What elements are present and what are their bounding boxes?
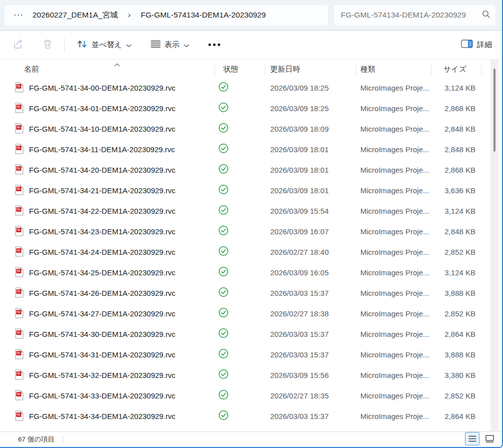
file-name: FG-GML-5741-34-25-DEM1A-20230929.rvc	[29, 268, 176, 277]
rvc-file-icon	[15, 205, 24, 217]
sort-ascending-icon	[114, 60, 120, 68]
file-type: MicroImages Proje...	[356, 309, 431, 318]
file-row[interactable]: FG-GML-5741-34-11-DEM1A-20230929.rvc 202…	[0, 139, 492, 160]
file-type: MicroImages Proje...	[356, 330, 431, 338]
thumbnail-view-toggle[interactable]	[482, 432, 497, 445]
file-row[interactable]: FG-GML-5741-34-21-DEM1A-20230929.rvc 202…	[0, 180, 492, 201]
sort-icon	[77, 39, 88, 51]
file-date-modified: 2026/03/03 15:37	[265, 350, 356, 359]
file-date-modified: 2026/03/09 16:05	[265, 268, 356, 277]
file-name: FG-GML-5741-34-33-DEM1A-20230929.rvc	[29, 391, 176, 400]
breadcrumb-parent-folder[interactable]: 20260227_DEM1A_宮城	[33, 10, 118, 21]
file-row[interactable]: FG-GML-5741-34-00-DEM1A-20230929.rvc 202…	[0, 78, 492, 98]
synced-check-icon[interactable]	[218, 389, 229, 402]
file-row[interactable]: FG-GML-5741-34-10-DEM1A-20230929.rvc 202…	[0, 119, 492, 139]
synced-check-icon[interactable]	[218, 246, 229, 258]
synced-check-icon[interactable]	[218, 348, 229, 361]
file-date-modified: 2026/02/27 18:35	[265, 391, 356, 400]
file-name: FG-GML-5741-34-20-DEM1A-20230929.rvc	[29, 166, 176, 174]
synced-check-icon[interactable]	[218, 307, 229, 320]
synced-check-icon[interactable]	[218, 143, 229, 156]
synced-check-icon[interactable]	[218, 164, 229, 176]
file-type: MicroImages Proje...	[356, 248, 431, 256]
file-row-partial[interactable]	[0, 426, 492, 431]
file-row[interactable]: FG-GML-5741-34-27-DEM1A-20230929.rvc 202…	[0, 303, 492, 324]
details-pane-icon	[461, 40, 473, 50]
file-row[interactable]: FG-GML-5741-34-30-DEM1A-20230929.rvc 202…	[0, 324, 492, 344]
details-label: 詳細	[477, 40, 492, 50]
file-row[interactable]: FG-GML-5741-34-24-DEM1A-20230929.rvc 202…	[0, 242, 492, 262]
file-row[interactable]: FG-GML-5741-34-22-DEM1A-20230929.rvc 202…	[0, 201, 492, 221]
rvc-file-icon	[15, 226, 24, 238]
column-header-name[interactable]: 名前	[0, 63, 215, 76]
file-date-modified: 2026/03/09 18:01	[265, 186, 356, 195]
scrollbar-thumb[interactable]	[493, 69, 495, 152]
vertical-scrollbar[interactable]	[490, 60, 498, 431]
view-label: 表示	[165, 40, 180, 50]
file-name: FG-GML-5741-34-01-DEM1A-20230929.rvc	[29, 104, 176, 113]
details-pane-button[interactable]: 詳細	[461, 40, 492, 50]
file-date-modified: 2026/03/09 16:07	[265, 227, 356, 236]
synced-check-icon[interactable]	[218, 102, 229, 115]
synced-check-icon[interactable]	[218, 328, 229, 340]
breadcrumb-current-folder[interactable]: FG-GML-574134-DEM1A-20230929	[141, 11, 266, 20]
rvc-file-icon	[15, 410, 24, 422]
share-icon	[13, 39, 24, 51]
file-size: 2,852 KB	[431, 391, 481, 400]
synced-check-icon[interactable]	[218, 410, 229, 422]
file-date-modified: 2026/03/09 18:25	[265, 104, 356, 113]
synced-check-icon[interactable]	[218, 184, 229, 197]
file-date-modified: 2026/03/03 15:37	[265, 412, 356, 420]
file-row[interactable]: FG-GML-5741-34-34-DEM1A-20230929.rvc 202…	[0, 406, 492, 426]
column-header-size[interactable]: サイズ	[431, 63, 481, 76]
file-row[interactable]: FG-GML-5741-34-33-DEM1A-20230929.rvc 202…	[0, 385, 492, 406]
synced-check-icon[interactable]	[218, 205, 229, 217]
file-size: 2,848 KB	[431, 125, 481, 133]
rvc-file-icon	[15, 349, 24, 361]
file-row[interactable]: FG-GML-5741-34-23-DEM1A-20230929.rvc 202…	[0, 221, 492, 242]
column-header-state[interactable]: 状態	[215, 63, 265, 76]
chevron-down-icon	[126, 41, 132, 50]
breadcrumb-overflow-button[interactable]: ···	[12, 10, 26, 20]
search-icon[interactable]	[482, 10, 490, 21]
file-date-modified: 2026/02/27 18:38	[265, 309, 356, 318]
file-type: MicroImages Proje...	[356, 186, 431, 195]
synced-check-icon[interactable]	[218, 266, 229, 279]
file-name: FG-GML-5741-34-24-DEM1A-20230929.rvc	[29, 248, 176, 256]
sort-button[interactable]: 並べ替え	[73, 36, 136, 54]
column-header-type[interactable]: 種類	[356, 63, 431, 76]
view-button[interactable]: 表示	[147, 37, 193, 53]
synced-check-icon[interactable]	[218, 123, 229, 135]
file-date-modified: 2026/02/27 18:40	[265, 248, 356, 256]
file-size: 2,868 KB	[431, 166, 481, 174]
file-row[interactable]: FG-GML-5741-34-32-DEM1A-20230929.rvc 202…	[0, 365, 492, 385]
share-button[interactable]	[9, 36, 28, 54]
status-bar: 67 個の項目	[0, 431, 502, 447]
synced-check-icon[interactable]	[218, 369, 229, 381]
statusbar-divider	[63, 435, 63, 443]
details-view-toggle[interactable]	[465, 432, 479, 445]
file-row[interactable]: FG-GML-5741-34-01-DEM1A-20230929.rvc 202…	[0, 98, 492, 119]
synced-check-icon[interactable]	[218, 225, 229, 238]
rvc-file-icon	[15, 328, 24, 340]
address-bar[interactable]: ··· 20260227_DEM1A_宮城 › FG-GML-574134-DE…	[4, 5, 328, 26]
file-size: 2,868 KB	[431, 104, 481, 113]
rvc-file-icon	[15, 431, 24, 431]
synced-check-icon[interactable]	[218, 82, 229, 94]
file-name: FG-GML-5741-34-27-DEM1A-20230929.rvc	[29, 309, 176, 318]
file-name: FG-GML-5741-34-31-DEM1A-20230929.rvc	[29, 350, 176, 359]
file-row[interactable]: FG-GML-5741-34-26-DEM1A-20230929.rvc 202…	[0, 283, 492, 303]
file-row[interactable]: FG-GML-5741-34-25-DEM1A-20230929.rvc 202…	[0, 262, 492, 283]
file-row[interactable]: FG-GML-5741-34-31-DEM1A-20230929.rvc 202…	[0, 344, 492, 365]
file-name: FG-GML-5741-34-32-DEM1A-20230929.rvc	[29, 371, 176, 379]
file-type: MicroImages Proje...	[356, 145, 431, 154]
delete-button[interactable]	[39, 36, 56, 54]
toolbar-divider	[64, 38, 65, 52]
more-options-button[interactable]: •••	[204, 37, 226, 53]
file-row[interactable]: FG-GML-5741-34-20-DEM1A-20230929.rvc 202…	[0, 160, 492, 180]
file-type: MicroImages Proje...	[356, 289, 431, 297]
search-input[interactable]: FG-GML-574134-DEM1A-20230929	[333, 5, 496, 26]
column-header-row: 名前 状態 更新日時 種類 サイズ	[0, 60, 502, 78]
column-header-date[interactable]: 更新日時	[265, 63, 356, 76]
synced-check-icon[interactable]	[218, 287, 229, 299]
